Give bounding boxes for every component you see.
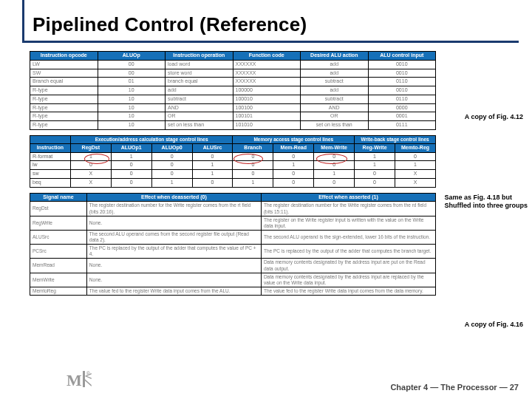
circle-annotation [316, 154, 347, 164]
cell: AND [301, 103, 369, 112]
cell: subtract [301, 78, 369, 86]
cell: add [166, 86, 233, 95]
cell: add [301, 60, 369, 69]
cell: 0 [273, 170, 314, 179]
col-header: Desired ALU action [301, 52, 369, 61]
cell: 1 [192, 170, 233, 179]
cell: set on less than [166, 121, 233, 130]
cell: subtract [166, 95, 233, 103]
cell: 0 [111, 161, 151, 170]
cell: 0 [111, 178, 151, 187]
cell: 0110 [368, 78, 436, 86]
cell: MemWrite [30, 273, 87, 287]
cell: 10 [98, 103, 166, 112]
col-header: RegDst [70, 143, 111, 152]
cell: R-type [30, 86, 98, 95]
col-header: Mem-Write [314, 143, 355, 152]
cell: 0 [314, 178, 355, 187]
cell: LW [30, 60, 98, 69]
cell: The second ALU operand is the sign-exten… [261, 230, 435, 244]
cell: R-format [30, 152, 71, 161]
cell: 00 [98, 69, 166, 78]
cell: 01 [98, 78, 166, 86]
col-header: Effect when deasserted (0) [86, 193, 261, 202]
cell: The register destination number for the … [86, 202, 261, 216]
cell: PCSrc [30, 245, 87, 259]
cell: R-type [30, 95, 98, 103]
cell: The value fed to the register Write data… [86, 287, 261, 295]
cell: The register on the Write register input… [261, 216, 435, 230]
cell: 1 [192, 161, 233, 170]
cell: 0 [192, 152, 233, 161]
cell: 1 [355, 152, 395, 161]
cell: store word [166, 69, 233, 78]
col-header: Signal name [30, 193, 87, 202]
note-line: Same as Fig. 4.18 but [445, 194, 513, 201]
logo-letter-m: M [66, 371, 82, 390]
col-header: Memory access stage control lines [233, 135, 355, 143]
circle-annotation [233, 154, 263, 164]
cell: 0 [395, 152, 436, 161]
col-header: Execution/address calculation stage cont… [70, 135, 233, 143]
col-header: Effect when asserted (1) [261, 193, 435, 202]
cell: The PC is replaced by the output of the … [261, 245, 435, 259]
col-header: Instruction operation [166, 52, 233, 61]
cell: 0 [355, 170, 395, 179]
cell: 1 [395, 161, 436, 170]
col-header: ALUOp1 [111, 143, 151, 152]
note-fig412: A copy of Fig. 4.12 [465, 113, 523, 121]
cell: MemRead [30, 259, 87, 273]
cell: 0 [151, 170, 192, 179]
page-title: Pipelined Control (Reference) [33, 13, 519, 36]
cell: 0000 [368, 103, 436, 112]
logo-letter-k [83, 371, 85, 390]
cell: 0 [273, 152, 314, 161]
cell: beq [30, 178, 71, 187]
cell: add [301, 69, 369, 78]
cell: 10 [98, 112, 166, 121]
cell: sw [30, 170, 71, 179]
cell: 1 [151, 178, 192, 187]
cell: R-type [30, 121, 98, 130]
cell: X [395, 178, 436, 187]
col-header: Function code [233, 52, 301, 61]
cell: 10 [98, 86, 166, 95]
col-header: ALUOp0 [151, 143, 192, 152]
table-aluop: Instruction opcodeALUOpInstruction opera… [30, 51, 436, 130]
cell: R-type [30, 112, 98, 121]
col-header [30, 135, 71, 143]
cell: 00 [98, 60, 166, 69]
cell: 0 [151, 161, 192, 170]
accent-vertical [22, 0, 24, 43]
col-header: Mem-Read [273, 143, 314, 152]
table-signal-effects: Signal nameEffect when deasserted (0)Eff… [30, 193, 436, 296]
cell: 0 [111, 170, 151, 179]
cell: MemtoReg [30, 287, 87, 295]
col-header: Instruction [30, 143, 71, 152]
cell: 0 [273, 178, 314, 187]
cell: ALUSrc [30, 230, 87, 244]
cell: branch equal [166, 78, 233, 86]
cell: 0 [192, 178, 233, 187]
note-fig416: A copy of Fig. 4.16 [465, 321, 523, 329]
col-header: Reg-Write [355, 143, 395, 152]
cell: XXXXXX [233, 78, 301, 86]
cell: OR [301, 112, 369, 121]
col-header: ALUSrc [192, 143, 233, 152]
cell: 0 [355, 178, 395, 187]
cell: 0010 [368, 86, 436, 95]
cell: The second ALU operand comes from the se… [86, 230, 261, 244]
col-header: Branch [233, 143, 273, 152]
cell: RegDst [30, 202, 87, 216]
col-header: Write-back stage control lines [355, 135, 436, 143]
cell: None. [86, 259, 261, 273]
publisher-logo: M ® [66, 371, 90, 390]
cell: 0111 [368, 121, 436, 130]
cell: Branch equal [30, 78, 98, 86]
cell: AND [166, 103, 233, 112]
cell: XXXXXX [233, 69, 301, 78]
cell: OR [166, 112, 233, 121]
cell: 10 [98, 121, 166, 130]
cell: 1 [273, 161, 314, 170]
cell: 0010 [368, 60, 436, 69]
